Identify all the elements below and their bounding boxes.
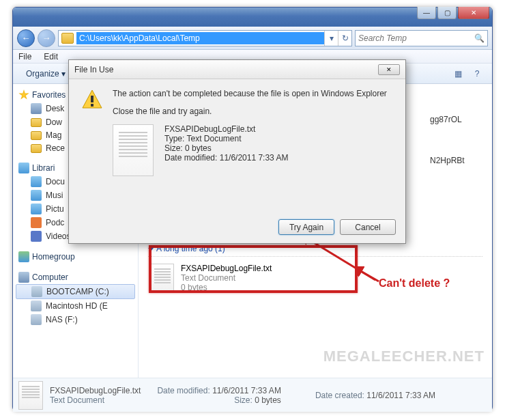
address-bar[interactable]: ▾ ↻: [58, 30, 352, 46]
status-label: Size:: [234, 395, 252, 405]
svg-rect-1: [91, 104, 93, 107]
picture-icon: [31, 204, 42, 214]
status-name: FXSAPIDebugLogFile.txt: [50, 386, 141, 395]
drive-icon: [31, 286, 42, 297]
partial-text: gg87rOL: [430, 115, 462, 124]
search-box[interactable]: 🔍: [355, 30, 488, 46]
maximize-button[interactable]: ▢: [437, 7, 457, 19]
folder-icon: [31, 118, 42, 127]
sidebar-item-bootcamp[interactable]: BOOTCAMP (C:): [16, 284, 135, 299]
watermark: MEGALEECHER.NET: [323, 348, 485, 365]
sidebar-item[interactable]: Macintosh HD (E: [13, 299, 138, 313]
status-value: 11/6/2011 7:33 AM: [366, 391, 435, 400]
star-icon: [18, 89, 29, 100]
folder-icon: [61, 33, 74, 44]
cancel-button[interactable]: Cancel: [340, 219, 396, 235]
homegroup-icon: [18, 251, 29, 262]
warning-icon: [81, 89, 103, 111]
doc-icon: [31, 176, 42, 187]
folder-icon: [31, 131, 42, 140]
dialog-message: The action can't be completed because th…: [113, 89, 393, 98]
close-button[interactable]: ✕: [458, 7, 489, 19]
try-again-button[interactable]: Try Again: [278, 219, 334, 235]
path-input[interactable]: [76, 32, 324, 44]
folder-icon: [31, 144, 42, 153]
sidebar-homegroup[interactable]: Homegroup: [13, 250, 138, 264]
status-bar: FXSAPIDebugLogFile.txt Text Document Dat…: [13, 378, 492, 412]
podcast-icon: [31, 217, 42, 228]
file-in-use-dialog: File In Use ✕ The action can't be comple…: [68, 59, 406, 244]
forward-button[interactable]: →: [38, 29, 55, 47]
dialog-file-type: Type: Text Document: [164, 134, 288, 143]
dialog-file-modified: Date modified: 11/6/2011 7:33 AM: [164, 153, 288, 163]
search-input[interactable]: [358, 33, 474, 43]
dialog-title: File In Use: [74, 65, 378, 74]
back-button[interactable]: ←: [17, 29, 35, 47]
desktop-icon: [31, 103, 42, 114]
dropdown-button[interactable]: ▾: [324, 31, 338, 46]
annotation-text: Can't delete ?: [379, 277, 450, 290]
svg-rect-0: [91, 96, 93, 102]
status-value: 0 bytes: [255, 395, 281, 405]
dialog-close-button[interactable]: ✕: [378, 64, 400, 75]
search-icon: 🔍: [474, 33, 485, 43]
sidebar-computer[interactable]: Computer: [13, 270, 138, 284]
annotation-arrow: [355, 266, 382, 287]
status-label: Date modified:: [157, 386, 210, 395]
help-button[interactable]: ?: [469, 66, 485, 82]
computer-icon: [18, 272, 29, 283]
menu-edit[interactable]: Edit: [44, 52, 58, 61]
drive-icon: [31, 314, 42, 325]
organize-button[interactable]: Organize ▾: [18, 66, 73, 81]
menu-file[interactable]: File: [18, 52, 31, 61]
video-icon: [31, 231, 42, 242]
text-file-icon: [113, 124, 154, 176]
status-type: Text Document: [50, 395, 141, 405]
sidebar-item[interactable]: NAS (F:): [13, 313, 138, 326]
drive-icon: [31, 300, 42, 311]
nav-bar: ← → ▾ ↻ 🔍: [13, 27, 492, 50]
titlebar[interactable]: — ▢ ✕: [13, 8, 492, 27]
dialog-titlebar[interactable]: File In Use ✕: [69, 60, 405, 79]
view-button[interactable]: ▦: [450, 66, 466, 82]
library-icon: [18, 163, 29, 173]
refresh-button[interactable]: ↻: [338, 31, 351, 46]
status-value: 11/6/2011 7:33 AM: [212, 386, 281, 395]
dialog-message: Close the file and try again.: [113, 107, 393, 116]
dialog-file-name: FXSAPIDebugLogFile.txt: [164, 124, 288, 134]
status-label: Date created:: [315, 391, 364, 400]
text-file-icon: [18, 381, 43, 410]
dialog-file-size: Size: 0 bytes: [164, 143, 288, 153]
minimize-button[interactable]: —: [417, 7, 436, 19]
partial-text: N2HpRBt: [430, 156, 465, 165]
music-icon: [31, 190, 42, 201]
svg-line-3: [358, 270, 379, 281]
